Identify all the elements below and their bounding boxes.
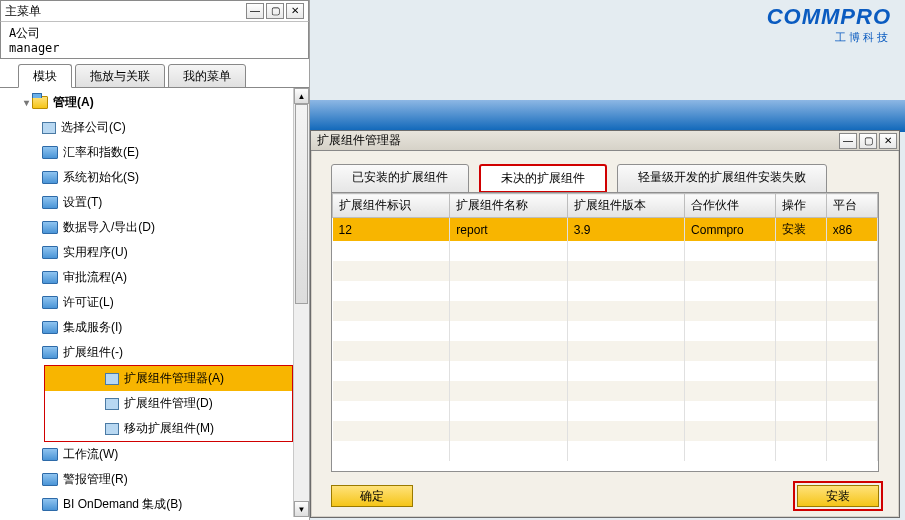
table-row[interactable] [333, 381, 878, 401]
tree-area: ▾管理(A) 选择公司(C) 汇率和指数(E) 系统初始化(S) 设置(T) 数… [0, 87, 309, 517]
tab-my-menu[interactable]: 我的菜单 [168, 64, 246, 88]
main-menu-title: 主菜单 [5, 1, 41, 21]
minimize-button[interactable]: — [246, 3, 264, 19]
ext-children-highlight: 扩展组件管理器(A) 扩展组件管理(D) 移动扩展组件(M) [44, 365, 293, 442]
scroll-down-button[interactable]: ▼ [294, 501, 309, 517]
folder-icon [42, 146, 58, 159]
tab-drag-link[interactable]: 拖放与关联 [75, 64, 165, 88]
tree-alerts[interactable]: 警报管理(R) [4, 467, 309, 492]
extension-grid: 扩展组件标识 扩展组件名称 扩展组件版本 合作伙伴 操作 平台 12 repor… [331, 192, 879, 472]
tab-module[interactable]: 模块 [18, 64, 72, 88]
tree-ext[interactable]: 扩展组件(-) [4, 340, 309, 365]
company-label: A公司 [9, 26, 300, 41]
tree-select-company[interactable]: 选择公司(C) [4, 115, 309, 140]
tree-admin[interactable]: ▾管理(A) [4, 90, 309, 115]
tree-ext-manager-d[interactable]: 扩展组件管理(D) [45, 391, 292, 416]
role-label: manager [9, 41, 300, 56]
install-button[interactable]: 安装 [797, 485, 879, 507]
main-menu-panel: 主菜单 — ▢ ✕ A公司 manager 模块 拖放与关联 我的菜单 ▾管理(… [0, 0, 310, 520]
table-row[interactable] [333, 441, 878, 461]
table-row[interactable] [333, 401, 878, 421]
folder-icon [42, 196, 58, 209]
dialog-close-button[interactable]: ✕ [879, 133, 897, 149]
scroll-up-button[interactable]: ▲ [294, 88, 309, 104]
folder-icon [42, 221, 58, 234]
tree-approve[interactable]: 审批流程(A) [4, 265, 309, 290]
dialog-titlebar[interactable]: 扩展组件管理器 — ▢ ✕ [311, 131, 899, 151]
item-icon [105, 398, 119, 410]
nav-tree: ▾管理(A) 选择公司(C) 汇率和指数(E) 系统初始化(S) 设置(T) 数… [0, 88, 309, 517]
tree-ext-mobile[interactable]: 移动扩展组件(M) [45, 416, 292, 441]
folder-open-icon [32, 96, 48, 109]
decorative-band [310, 100, 905, 132]
scroll-thumb[interactable] [295, 104, 308, 304]
tree-dataio[interactable]: 数据导入/导出(D) [4, 215, 309, 240]
context-info: A公司 manager [0, 22, 309, 59]
restore-button[interactable]: ▢ [266, 3, 284, 19]
dialog-restore-button[interactable]: ▢ [859, 133, 877, 149]
tree-ext-manager-a[interactable]: 扩展组件管理器(A) [45, 366, 292, 391]
tree-bi[interactable]: BI OnDemand 集成(B) [4, 492, 309, 517]
item-icon [105, 423, 119, 435]
col-name[interactable]: 扩展组件名称 [450, 194, 567, 218]
cell-partner: Commpro [685, 218, 776, 242]
tree-workflow[interactable]: 工作流(W) [4, 442, 309, 467]
folder-icon [42, 346, 58, 359]
folder-icon [42, 448, 58, 461]
tree-settings[interactable]: 设置(T) [4, 190, 309, 215]
dialog-tabs: 已安装的扩展组件 未决的扩展组件 轻量级开发的扩展组件安装失败 [331, 163, 879, 192]
folder-icon [42, 473, 58, 486]
folder-icon [42, 271, 58, 284]
table-row[interactable] [333, 241, 878, 261]
logo-subtext: 工博科技 [767, 30, 891, 45]
close-button[interactable]: ✕ [286, 3, 304, 19]
main-menu-titlebar: 主菜单 — ▢ ✕ [0, 0, 309, 22]
cell-platform: x86 [826, 218, 877, 242]
tree-license[interactable]: 许可证(L) [4, 290, 309, 315]
extension-manager-dialog: 扩展组件管理器 — ▢ ✕ 已安装的扩展组件 未决的扩展组件 轻量级开发的扩展组… [310, 130, 900, 518]
tab-lw-failed[interactable]: 轻量级开发的扩展组件安装失败 [617, 164, 827, 193]
tree-exchange[interactable]: 汇率和指数(E) [4, 140, 309, 165]
dialog-title: 扩展组件管理器 [317, 132, 401, 149]
col-version[interactable]: 扩展组件版本 [567, 194, 684, 218]
folder-icon [42, 246, 58, 259]
table-row[interactable] [333, 261, 878, 281]
folder-icon [42, 296, 58, 309]
item-icon [105, 373, 119, 385]
tree-utility[interactable]: 实用程序(U) [4, 240, 309, 265]
tree-intservice[interactable]: 集成服务(I) [4, 315, 309, 340]
folder-icon [42, 498, 58, 511]
tree-sysinit[interactable]: 系统初始化(S) [4, 165, 309, 190]
table-row[interactable] [333, 281, 878, 301]
table-row[interactable] [333, 321, 878, 341]
logo-text: COMMPRO [767, 4, 891, 30]
table-row[interactable] [333, 361, 878, 381]
tree-scrollbar[interactable]: ▲ ▼ [293, 88, 309, 517]
table-row[interactable] [333, 341, 878, 361]
col-platform[interactable]: 平台 [826, 194, 877, 218]
table-row[interactable] [333, 301, 878, 321]
folder-icon [42, 321, 58, 334]
brand-logo: COMMPRO 工博科技 [767, 4, 891, 45]
cell-action: 安装 [775, 218, 826, 242]
dialog-minimize-button[interactable]: — [839, 133, 857, 149]
cell-version: 3.9 [567, 218, 684, 242]
cell-id: 12 [333, 218, 450, 242]
ok-button[interactable]: 确定 [331, 485, 413, 507]
col-id[interactable]: 扩展组件标识 [333, 194, 450, 218]
table-row[interactable]: 12 report 3.9 Commpro 安装 x86 [333, 218, 878, 242]
table-row[interactable] [333, 421, 878, 441]
menu-tabs: 模块 拖放与关联 我的菜单 [0, 63, 309, 87]
folder-icon [42, 171, 58, 184]
tab-installed[interactable]: 已安装的扩展组件 [331, 164, 469, 193]
col-partner[interactable]: 合作伙伴 [685, 194, 776, 218]
col-action[interactable]: 操作 [775, 194, 826, 218]
tab-pending[interactable]: 未决的扩展组件 [479, 164, 607, 193]
cell-name: report [450, 218, 567, 242]
item-icon [42, 122, 56, 134]
